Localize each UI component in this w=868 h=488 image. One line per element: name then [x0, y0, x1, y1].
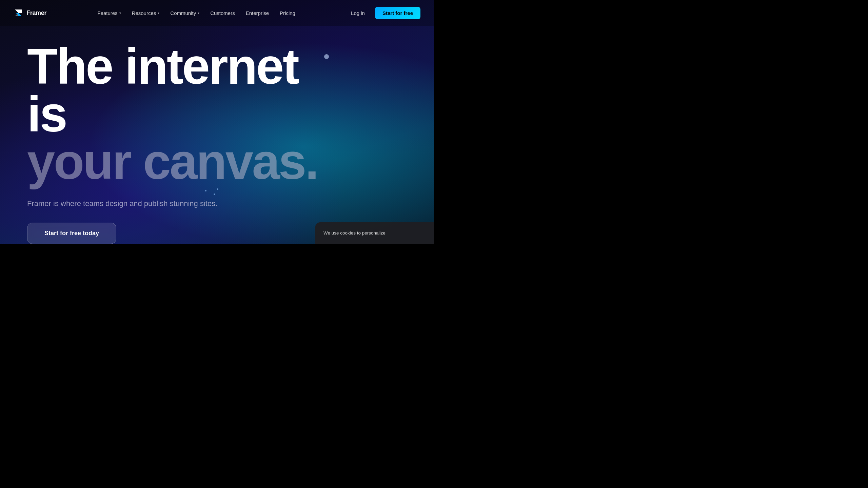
- nav-link-enterprise[interactable]: Enterprise: [241, 7, 274, 19]
- hero-section: The internet is your canvas. Framer is w…: [0, 29, 434, 244]
- cookie-text: We use cookies to personalize: [323, 230, 386, 236]
- framer-logo-icon: [14, 8, 23, 18]
- headline-line1: The internet is: [27, 38, 298, 142]
- nav-item-resources[interactable]: Resources ▾: [127, 7, 164, 19]
- nav-link-features[interactable]: Features ▾: [93, 7, 125, 19]
- start-free-nav-button[interactable]: Start for free: [375, 7, 420, 19]
- nav-links-list: Features ▾ Resources ▾ Community ▾ Custo…: [93, 7, 300, 19]
- nav-item-features[interactable]: Features ▾: [93, 7, 125, 19]
- logo-link[interactable]: Framer: [14, 8, 46, 18]
- hero-cta-button[interactable]: Start for free today: [27, 223, 116, 244]
- cookie-banner: We use cookies to personalize: [315, 222, 434, 244]
- chevron-down-icon: ▾: [119, 11, 121, 15]
- brand-name: Framer: [26, 9, 46, 17]
- login-link[interactable]: Log in: [346, 7, 370, 19]
- hero-headline: The internet is your canvas.: [27, 43, 332, 186]
- hero-subtext: Framer is where teams design and publish…: [27, 198, 217, 209]
- nav-actions: Log in Start for free: [346, 7, 420, 19]
- nav-link-customers[interactable]: Customers: [205, 7, 240, 19]
- chevron-down-icon: ▾: [198, 11, 199, 15]
- nav-item-customers[interactable]: Customers: [205, 7, 240, 19]
- chevron-down-icon: ▾: [158, 11, 159, 15]
- nav-link-community[interactable]: Community ▾: [165, 7, 204, 19]
- nav-item-community[interactable]: Community ▾: [165, 7, 204, 19]
- headline-line2: your canvas.: [27, 134, 318, 189]
- nav-link-pricing[interactable]: Pricing: [275, 7, 300, 19]
- main-nav: Framer Features ▾ Resources ▾ Community …: [0, 0, 434, 26]
- nav-item-enterprise[interactable]: Enterprise: [241, 7, 274, 19]
- nav-item-pricing[interactable]: Pricing: [275, 7, 300, 19]
- nav-link-resources[interactable]: Resources ▾: [127, 7, 164, 19]
